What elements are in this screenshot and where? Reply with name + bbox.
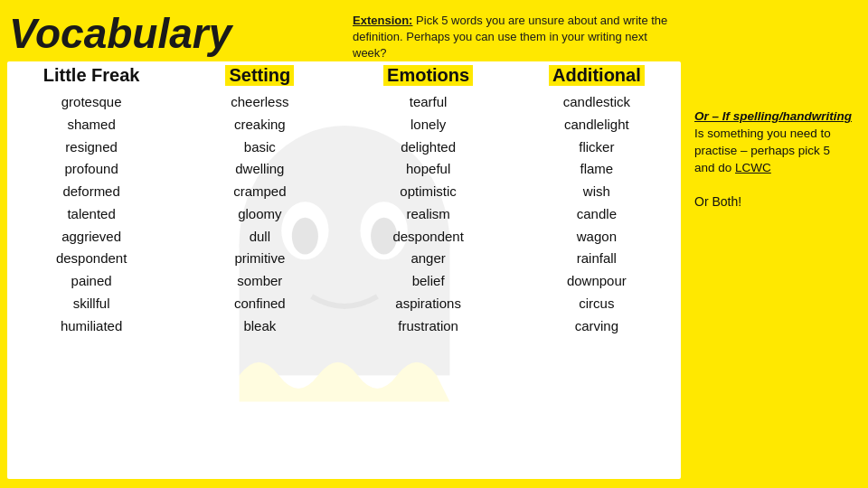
list-item: belief	[392, 270, 463, 293]
col-emotions-items: tearful lonely delighted hopeful optimis…	[392, 91, 463, 337]
list-item: deformed	[56, 181, 127, 203]
col-emotions: Emotions tearful lonely delighted hopefu…	[344, 61, 513, 479]
col-little-freak: Little Freak grotesque shamed resigned p…	[7, 61, 175, 479]
list-item: circus	[563, 293, 630, 315]
list-item: despondent	[392, 226, 463, 249]
side-panel: Or – If spelling/handwriting Is somethin…	[694, 108, 862, 211]
list-item: creaking	[231, 114, 288, 136]
page-container: Vocabulary Extension: Pick 5 words you a…	[0, 0, 868, 488]
list-item: gloomy	[231, 203, 288, 226]
side-panel-or-both: Or Both!	[694, 193, 862, 211]
extension-label: Extension:	[353, 14, 412, 27]
col-setting-header: Setting	[225, 65, 294, 86]
lcwc-label: LCWC	[735, 161, 771, 174]
col-little-freak-items: grotesque shamed resigned profound defor…	[56, 91, 127, 337]
list-item: dull	[231, 226, 288, 249]
side-panel-line4: and do LCWC	[694, 161, 771, 174]
list-item: flame	[563, 158, 630, 181]
list-item: grotesque	[56, 91, 127, 114]
list-item: optimistic	[392, 181, 463, 203]
list-item: pained	[56, 270, 127, 293]
list-item: candle	[563, 203, 630, 226]
list-item: flicker	[563, 136, 630, 159]
col-additional-items: candlestick candlelight flicker flame wi…	[563, 91, 630, 337]
col-setting: Setting cheerless creaking basic dwellin…	[175, 61, 344, 479]
list-item: downpour	[563, 270, 630, 293]
list-item: hopeful	[392, 158, 463, 181]
list-item: frustration	[392, 315, 463, 338]
list-item: despondent	[56, 248, 127, 270]
col-little-freak-header: Little Freak	[43, 65, 140, 86]
list-item: lonely	[392, 114, 463, 136]
col-emotions-header: Emotions	[383, 65, 473, 86]
list-item: basic	[231, 136, 288, 159]
extension-text: Extension: Pick 5 words you are unsure a…	[353, 13, 678, 62]
list-item: carving	[563, 315, 630, 338]
list-item: wish	[563, 181, 630, 203]
list-item: dwelling	[231, 158, 288, 181]
list-item: resigned	[56, 136, 127, 159]
list-item: delighted	[392, 136, 463, 159]
list-item: shamed	[56, 114, 127, 136]
list-item: aspirations	[392, 293, 463, 315]
list-item: cramped	[231, 181, 288, 203]
list-item: cheerless	[231, 91, 288, 114]
list-item: candlelight	[563, 114, 630, 136]
list-item: rainfall	[563, 248, 630, 270]
list-item: tearful	[392, 91, 463, 114]
list-item: somber	[231, 270, 288, 293]
list-item: confined	[231, 293, 288, 315]
list-item: candlestick	[563, 91, 630, 114]
side-panel-line3: practise – perhaps pick 5	[694, 144, 830, 157]
list-item: skillful	[56, 293, 127, 315]
col-additional-header: Additional	[549, 65, 645, 86]
columns-container: Little Freak grotesque shamed resigned p…	[7, 61, 681, 479]
side-panel-or-if: Or – If spelling/handwriting	[694, 109, 852, 123]
list-item: profound	[56, 158, 127, 181]
list-item: talented	[56, 203, 127, 226]
page-title: Vocabulary	[9, 9, 231, 58]
list-item: anger	[392, 248, 463, 270]
list-item: bleak	[231, 315, 288, 338]
list-item: wagon	[563, 226, 630, 249]
list-item: realism	[392, 203, 463, 226]
list-item: humiliated	[56, 315, 127, 338]
col-additional: Additional candlestick candlelight flick…	[513, 61, 681, 479]
list-item: primitive	[231, 248, 288, 270]
list-item: aggrieved	[56, 226, 127, 249]
col-setting-items: cheerless creaking basic dwelling crampe…	[231, 91, 288, 337]
side-panel-line2: Is something you need to	[694, 127, 831, 140]
